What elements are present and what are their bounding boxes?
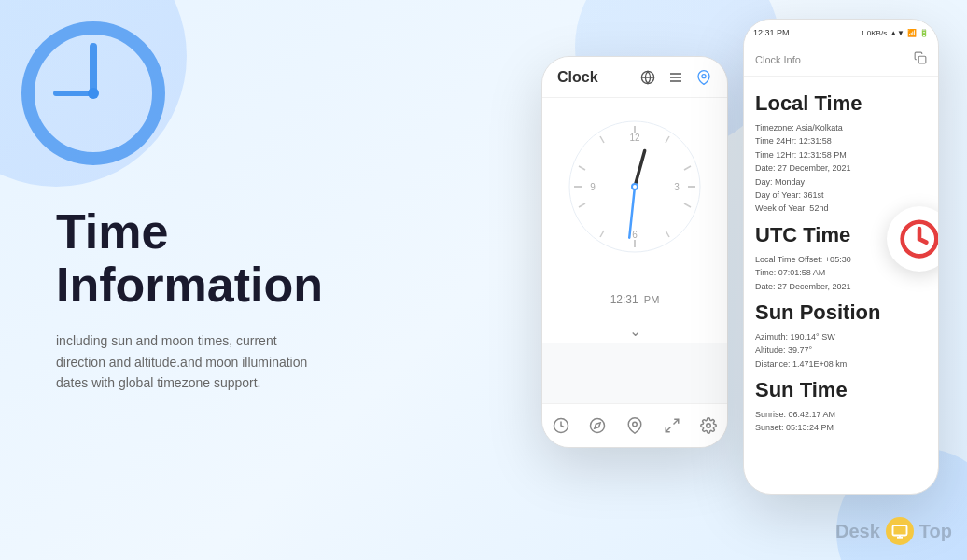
sunrise: Sunrise: 06:42:17 AM (755, 408, 927, 421)
svg-text:3: 3 (674, 182, 680, 192)
desktop-logo-text2: Top (919, 521, 952, 542)
desktop-logo-circle (886, 517, 914, 545)
bottom-navigation (542, 403, 727, 447)
decorative-clock-icon (19, 19, 168, 168)
phone2-status-icons: 1.0KB/s ▲▼ 📶 🔋 (861, 29, 929, 37)
local-time-section: Local Time Timezone: Asia/Kolkata Time 2… (755, 91, 927, 216)
desktop-logo-text: Desk (835, 521, 880, 542)
svg-text:12: 12 (629, 133, 640, 143)
globe-icon[interactable] (639, 69, 656, 86)
sun-time-section: Sun Time Sunrise: 06:42:17 AM Sunset: 05… (755, 378, 927, 435)
phone-main: Clock (541, 56, 728, 448)
phone2-copy-icon[interactable] (914, 51, 927, 68)
desktop-watermark: Desk Top (835, 517, 952, 545)
subtitle-text: including sun and moon times, current di… (56, 330, 317, 393)
local-time-day: Day: Monday (755, 175, 927, 189)
svg-point-34 (633, 422, 638, 427)
time-value: 12:31 (610, 293, 638, 306)
time-period: PM (644, 294, 660, 305)
svg-point-30 (633, 185, 637, 189)
clock-nav-icon[interactable] (551, 415, 571, 436)
location-icon[interactable] (695, 69, 712, 86)
phone2-time: 12:31 PM (753, 28, 790, 37)
menu-icon[interactable] (667, 69, 684, 86)
analog-clock-container: 12 3 6 9 (542, 98, 727, 275)
svg-text:9: 9 (590, 182, 596, 192)
svg-line-36 (666, 427, 670, 432)
main-title: Time Information (56, 205, 355, 312)
resize-nav-icon[interactable] (662, 415, 682, 436)
svg-rect-38 (918, 56, 926, 63)
local-time-timezone: Timezone: Asia/Kolkata (755, 121, 927, 134)
local-time-title: Local Time (755, 91, 927, 116)
digital-time-display: 12:31 PM (542, 275, 727, 318)
phone2-header: Clock Info (744, 46, 938, 77)
local-time-day-of-year: Day of Year: 361st (755, 189, 927, 202)
svg-point-32 (591, 419, 605, 433)
svg-line-35 (673, 419, 678, 424)
utc-time: Time: 07:01:58 AM (755, 266, 927, 279)
phone-main-header: Clock (542, 57, 727, 98)
svg-point-9 (702, 74, 706, 77)
svg-marker-33 (595, 423, 600, 428)
sun-altitude: Altitude: 39.77° (755, 343, 927, 357)
left-section: Time Information including sun and moon … (56, 205, 355, 394)
sun-distance: Distance: 1.471E+08 km (755, 357, 927, 371)
sun-azimuth: Azimuth: 190.14° SW (755, 330, 927, 343)
utc-date: Date: 27 December, 2021 (755, 280, 927, 293)
sun-position-title: Sun Position (755, 301, 927, 325)
local-time-12hr: Time 12Hr: 12:31:58 PM (755, 148, 927, 161)
local-time-date: Date: 27 December, 2021 (755, 161, 927, 175)
svg-rect-40 (892, 525, 906, 536)
location-nav-icon[interactable] (624, 415, 645, 436)
sun-position-section: Sun Position Azimuth: 190.14° SW Altitud… (755, 301, 927, 371)
phone-main-icons (639, 69, 712, 86)
sunset: Sunset: 05:13:24 PM (755, 421, 927, 434)
phone2-section-header: Clock Info (755, 54, 801, 65)
compass-nav-icon[interactable] (587, 415, 608, 436)
local-time-24hr: Time 24Hr: 12:31:58 (755, 134, 927, 147)
phone-second: 12:31 PM 1.0KB/s ▲▼ 📶 🔋 Clock Info Lo (743, 19, 939, 495)
phone-main-title: Clock (557, 69, 598, 86)
phones-container: Clock (541, 19, 939, 495)
svg-point-3 (88, 88, 99, 99)
sun-time-title: Sun Time (755, 378, 927, 402)
phone2-status-bar: 12:31 PM 1.0KB/s ▲▼ 📶 🔋 (744, 20, 938, 46)
svg-text:6: 6 (632, 230, 638, 240)
svg-point-37 (707, 424, 711, 428)
chevron-up[interactable]: ⌄ (542, 318, 727, 343)
settings-nav-icon[interactable] (698, 415, 719, 436)
